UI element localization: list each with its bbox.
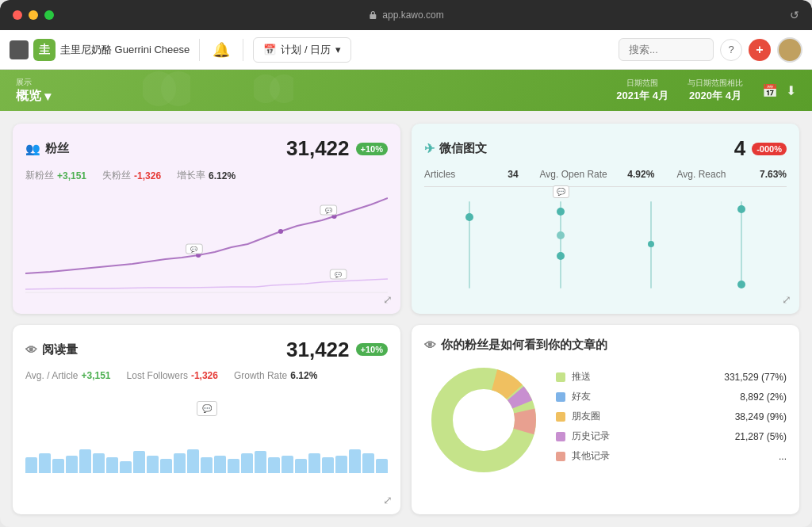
close-button[interactable] bbox=[13, 10, 22, 20]
compare-range-group: 与日期范围相比 2020年 4月 bbox=[688, 78, 743, 103]
calendar-button[interactable]: 📅 计划 / 日历 ▾ bbox=[253, 37, 351, 63]
calendar-label: 计划 / 日历 bbox=[281, 43, 331, 57]
svg-point-20 bbox=[458, 394, 510, 446]
reads-badge: +10% bbox=[356, 343, 388, 356]
reads-card-header: 👁 阅读量 31,422 +10% bbox=[25, 338, 388, 362]
bar bbox=[93, 453, 105, 473]
wechat-expand-btn[interactable]: ⤢ bbox=[782, 293, 791, 306]
donut-chart bbox=[424, 361, 543, 479]
reads-expand-btn[interactable]: ⤢ bbox=[383, 494, 393, 506]
sources-legend: 推送 331,529 (77%) 好友 8,892 (2%) 朋友圈 38,24… bbox=[556, 370, 787, 469]
reads-card-title: 👁 阅读量 bbox=[25, 342, 78, 357]
wechat-main-value: 4 -000% bbox=[734, 136, 787, 161]
svg-text:💬: 💬 bbox=[335, 271, 342, 278]
reads-main-value: 31,422 +10% bbox=[286, 338, 388, 362]
wechat-dot-chart: 💬 bbox=[424, 193, 787, 296]
sub-header-icons: 📅 ⬇ bbox=[762, 83, 796, 98]
minimize-button[interactable] bbox=[29, 10, 38, 20]
bar bbox=[133, 451, 145, 473]
svg-rect-0 bbox=[370, 14, 376, 19]
legend-color-5 bbox=[556, 452, 565, 461]
download-icon-btn[interactable]: ⬇ bbox=[786, 83, 796, 98]
avatar[interactable] bbox=[777, 37, 802, 63]
bar bbox=[376, 459, 388, 473]
brand-name[interactable]: 圭里尼奶酪 Guerrini Cheese bbox=[60, 43, 190, 57]
svg-point-6 bbox=[278, 229, 283, 234]
calendar-icon-btn[interactable]: 📅 bbox=[762, 83, 778, 98]
legend-color-1 bbox=[556, 372, 565, 382]
fans-badge: +10% bbox=[356, 143, 388, 155]
bar bbox=[120, 461, 132, 473]
legend-item-3: 朋友圈 38,249 (9%) bbox=[556, 410, 787, 423]
legend-item-1: 推送 331,529 (77%) bbox=[556, 370, 787, 384]
bar bbox=[25, 457, 37, 473]
bar bbox=[349, 449, 361, 473]
reads-stats: Avg. / Article +3,151 Lost Followers -1,… bbox=[25, 370, 388, 381]
svg-text:💬: 💬 bbox=[325, 207, 332, 214]
maximize-button[interactable] bbox=[44, 10, 54, 20]
kawo-icon bbox=[10, 40, 29, 59]
bar bbox=[187, 449, 199, 473]
wechat-articles-label: Articles bbox=[424, 169, 496, 180]
bar bbox=[295, 459, 307, 473]
calendar-chevron: ▾ bbox=[335, 44, 341, 55]
bar bbox=[362, 453, 374, 473]
add-button[interactable]: + bbox=[749, 39, 771, 61]
nav-logo: 圭 圭里尼奶酪 Guerrini Cheese bbox=[10, 39, 190, 61]
wechat-card: ✈ 微信图文 4 -000% Articles 34 Avg. Open Rat… bbox=[412, 124, 799, 314]
bar bbox=[160, 459, 172, 473]
address-bar: app.kawo.com bbox=[368, 10, 443, 21]
bar bbox=[241, 453, 253, 473]
date-range-group: 日期范围 2021年 4月 bbox=[616, 78, 668, 103]
title-chevron[interactable]: ▾ bbox=[44, 89, 51, 104]
sources-card: 👁 你的粉丝是如何看到你的文章的 bbox=[412, 325, 799, 515]
notification-button[interactable]: 🔔 bbox=[209, 41, 233, 59]
reads-lost-stat: Lost Followers -1,326 bbox=[127, 370, 218, 381]
legend-item-2: 好友 8,892 (2%) bbox=[556, 390, 787, 403]
bar bbox=[106, 457, 118, 473]
bar bbox=[52, 459, 64, 473]
wechat-icon: ✈ bbox=[424, 141, 435, 156]
date-range-label: 日期范围 bbox=[626, 78, 658, 89]
reads-card: 👁 阅读量 31,422 +10% Avg. / Article +3,151 … bbox=[13, 325, 400, 515]
fans-chart: 💬 💬 💬 bbox=[25, 190, 388, 293]
reads-bar-chart: const bars = [20,25,18,22,30,25,20,15,28… bbox=[25, 433, 388, 473]
bar bbox=[255, 451, 266, 473]
help-button[interactable]: ? bbox=[720, 39, 742, 61]
wechat-col-2: 💬 bbox=[557, 201, 565, 288]
calendar-icon: 📅 bbox=[263, 44, 276, 55]
sub-header-left: 展示 概览 ▾ bbox=[16, 77, 51, 105]
page-title: 概览 ▾ bbox=[16, 88, 51, 105]
wechat-openrate-label: Avg. Open Rate bbox=[530, 169, 616, 180]
wechat-reach-value: 7.63% bbox=[737, 169, 787, 180]
sources-content: 推送 331,529 (77%) 好友 8,892 (2%) 朋友圈 38,24… bbox=[424, 361, 787, 479]
legend-color-2 bbox=[556, 392, 565, 402]
wechat-card-header: ✈ 微信图文 4 -000% bbox=[424, 136, 787, 161]
nav-divider-2 bbox=[243, 39, 243, 61]
fans-stats: 新粉丝 +3,151 失粉丝 -1,326 增长率 6.12% bbox=[25, 169, 388, 182]
reads-avg-stat: Avg. / Article +3,151 bbox=[25, 370, 111, 381]
search-input[interactable] bbox=[619, 38, 714, 61]
wechat-card-title: ✈ 微信图文 bbox=[424, 141, 487, 156]
reads-comment: 💬 bbox=[25, 389, 388, 429]
legend-item-5: 其他记录 ... bbox=[556, 449, 787, 463]
fans-new-stat: 新粉丝 +3,151 bbox=[25, 169, 86, 182]
refresh-button[interactable]: ↺ bbox=[790, 9, 799, 21]
brand-icon: 圭 bbox=[33, 39, 56, 61]
fans-main-value: 31,422 +10% bbox=[286, 136, 388, 161]
reads-icon: 👁 bbox=[25, 343, 37, 357]
legend-color-3 bbox=[556, 412, 565, 422]
bar bbox=[174, 453, 186, 473]
bar bbox=[66, 456, 78, 473]
sources-icon: 👁 bbox=[424, 338, 436, 352]
url-text: app.kawo.com bbox=[382, 10, 443, 21]
window-chrome: app.kawo.com ↺ bbox=[0, 0, 812, 30]
bar bbox=[335, 456, 347, 473]
sources-card-header: 👁 你的粉丝是如何看到你的文章的 bbox=[424, 338, 787, 353]
wechat-articles-value: 34 bbox=[496, 169, 531, 180]
legend-color-4 bbox=[556, 432, 565, 441]
compare-label: 与日期范围相比 bbox=[688, 78, 743, 89]
bar bbox=[322, 457, 334, 473]
nav-divider bbox=[199, 39, 200, 61]
fans-expand-btn[interactable]: ⤢ bbox=[383, 293, 393, 306]
